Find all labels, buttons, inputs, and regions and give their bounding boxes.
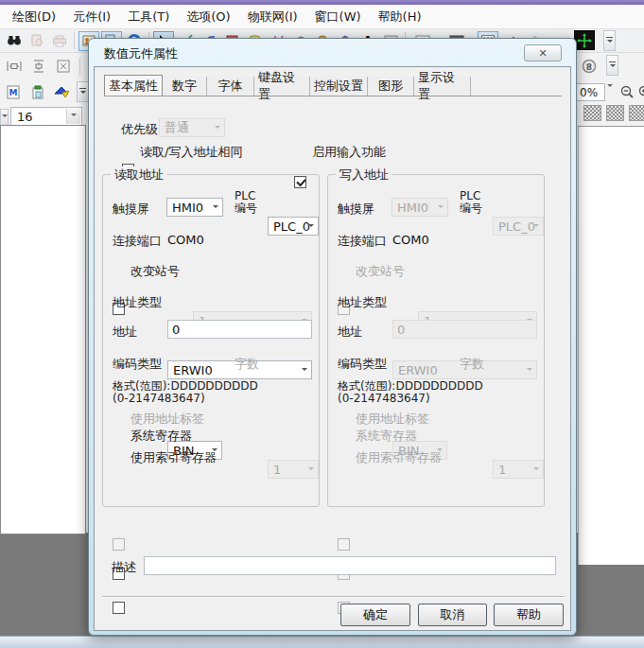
- state-number-icon[interactable]: 8: [579, 56, 600, 76]
- tab-keyboard-settings[interactable]: 键盘设置: [254, 77, 310, 96]
- menu-window[interactable]: 窗口(W): [306, 6, 370, 28]
- tab-display-settings[interactable]: 显示设置: [414, 77, 471, 96]
- encode-type-label: 编码类型: [338, 356, 387, 373]
- hmi-value: HMI0: [397, 201, 428, 215]
- system-register-label: 系统寄存器: [131, 428, 192, 445]
- hmi-combobox[interactable]: HMI0: [166, 198, 223, 217]
- toolbar-overflow-button[interactable]: [603, 30, 616, 51]
- chevron-down-icon: [438, 205, 444, 211]
- pattern-swatch[interactable]: [583, 105, 601, 121]
- tab-control-settings[interactable]: 控制设置: [310, 77, 368, 96]
- tab-number[interactable]: 数字: [163, 77, 207, 96]
- priority-value: 普通: [165, 119, 189, 136]
- toolbar-separator: [79, 58, 80, 75]
- expand-icon[interactable]: [53, 56, 74, 76]
- enable-input-label: 启用输入功能: [312, 144, 386, 161]
- plc-number-label: PLC 编号: [235, 190, 257, 215]
- menu-iot[interactable]: 物联网(I): [239, 6, 306, 28]
- menu-draw[interactable]: 绘图(D): [4, 6, 64, 28]
- macro-toolbar: M: [3, 81, 89, 102]
- word-count-label: 字数: [235, 356, 259, 373]
- menu-bar: 绘图(D) 元件(I) 工具(T) 选项(O) 物联网(I) 窗口(W) 帮助(…: [0, 5, 644, 29]
- help-button[interactable]: 帮助: [494, 604, 564, 626]
- menu-tools[interactable]: 工具(T): [119, 6, 178, 28]
- hmi-value: HMI0: [172, 201, 203, 215]
- plc-number-value: PLC_0: [498, 219, 535, 234]
- same-address-label: 读取/写入地址相同: [140, 144, 242, 161]
- address-type-label: 地址类型: [338, 294, 387, 311]
- address-type-value: ERWI0: [398, 363, 438, 377]
- use-index-register-checkbox[interactable]: [113, 602, 125, 614]
- port-value: COM0: [167, 233, 204, 247]
- zoom-combo-arrow[interactable]: [607, 87, 613, 101]
- pan-tool-icon[interactable]: [574, 30, 595, 50]
- address-type-label: 地址类型: [113, 294, 162, 311]
- font-size-value: 16: [17, 110, 33, 124]
- change-station-label: 改变站号: [131, 263, 180, 280]
- word-count-combobox: 1: [493, 460, 544, 479]
- use-index-register-label: 使用索引寄存器: [356, 449, 442, 466]
- zoom-combobox[interactable]: 0%: [575, 83, 605, 101]
- encode-type-label: 编码类型: [113, 356, 162, 373]
- address-input[interactable]: [167, 320, 312, 339]
- cancel-button[interactable]: 取消: [418, 604, 487, 626]
- address-label: 地址: [113, 324, 137, 341]
- paste-doc-icon[interactable]: [27, 82, 48, 102]
- tab-basic-properties[interactable]: 基本属性: [104, 75, 163, 96]
- format-range-line2: (0-2147483647): [113, 392, 205, 405]
- plc-number-combobox[interactable]: PLC_0: [268, 217, 319, 236]
- description-input[interactable]: [144, 556, 556, 575]
- format-range-line2: (0-2147483647): [338, 392, 430, 405]
- printer-icon[interactable]: [49, 31, 70, 51]
- font-size-combobox[interactable]: 16: [10, 107, 82, 126]
- tab-strip: 基本属性 数字 字体 键盘设置 控制设置 图形 显示设置: [104, 75, 471, 96]
- chevron-down-icon: [308, 467, 314, 473]
- svg-text:M: M: [9, 88, 18, 97]
- priority-label: 优先级: [121, 121, 158, 138]
- tab-underline: [104, 96, 562, 96]
- button-separator: [102, 596, 565, 598]
- pattern-swatch[interactable]: [606, 105, 624, 121]
- menu-help[interactable]: 帮助(H): [370, 6, 430, 28]
- numeric-element-properties-dialog: 数值元件属性 ✕ 基本属性 数字 字体 键盘设置 控制设置 图形 显示设置 优先…: [88, 38, 577, 636]
- menu-element[interactable]: 元件(I): [64, 6, 119, 28]
- drawing-canvas-right[interactable]: [578, 126, 644, 565]
- zoom-in-icon[interactable]: [635, 82, 644, 102]
- close-icon[interactable]: ✕: [524, 44, 562, 61]
- address-input: [392, 320, 537, 339]
- port-label: 连接端口: [338, 233, 387, 250]
- tab-font[interactable]: 字体: [207, 77, 254, 96]
- wizard-tool-icon[interactable]: [52, 82, 73, 102]
- clipped-combo-arrow[interactable]: [0, 109, 9, 126]
- write-address-group-title: 写入地址: [336, 166, 392, 184]
- word-count-label: 字数: [460, 356, 484, 373]
- print-preview-icon[interactable]: [26, 31, 47, 51]
- word-count-value: 1: [498, 463, 506, 477]
- macro-doc-icon[interactable]: M: [3, 82, 24, 102]
- menu-options[interactable]: 选项(O): [178, 6, 238, 28]
- find-icon[interactable]: [4, 31, 25, 51]
- pattern-swatch[interactable]: [629, 105, 644, 121]
- change-station-label: 改变站号: [356, 263, 405, 280]
- zoom-value: 0%: [580, 86, 598, 99]
- plc-number-combobox: PLC_0: [493, 217, 544, 236]
- toolbar-overflow-button[interactable]: [606, 55, 618, 76]
- chevron-down-icon: [2, 114, 8, 120]
- description-label: 描述: [112, 559, 136, 576]
- word-count-combobox[interactable]: 1: [268, 460, 319, 479]
- h-spacing-icon[interactable]: [4, 56, 25, 76]
- write-address-group: 写入地址 触摸屏 HMI0 PLC 编号 PLC_0 连接端口 COM0 改变站…: [327, 174, 545, 507]
- port-label: 连接端口: [113, 233, 162, 250]
- drawing-canvas-left[interactable]: [0, 125, 86, 534]
- hmi-combobox: HMI0: [392, 198, 448, 217]
- use-address-tag-checkbox: [338, 538, 350, 551]
- ok-button[interactable]: 确定: [340, 604, 410, 626]
- v-spacing-icon[interactable]: [28, 56, 49, 76]
- status-bar: [0, 636, 644, 648]
- tab-graphics[interactable]: 图形: [368, 77, 414, 96]
- port-value: COM0: [392, 233, 429, 247]
- chevron-down-icon: [215, 126, 220, 131]
- hmi-label: 触摸屏: [113, 201, 149, 218]
- priority-combobox[interactable]: 普通: [159, 118, 225, 137]
- chevron-down-icon: [533, 467, 539, 473]
